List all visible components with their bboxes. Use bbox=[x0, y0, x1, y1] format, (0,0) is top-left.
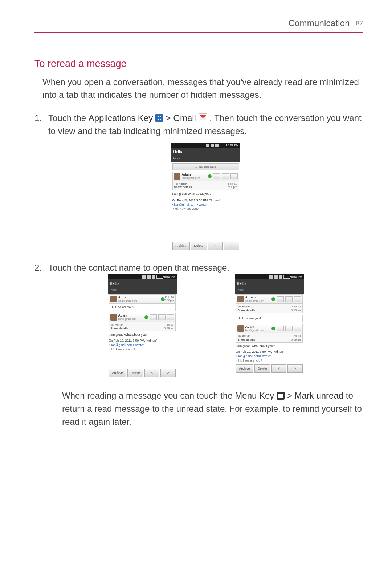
mark-unread-label: Mark unread bbox=[294, 391, 343, 400]
avatar bbox=[174, 173, 180, 180]
step-1-sep: > bbox=[166, 113, 173, 123]
star-icon[interactable] bbox=[277, 296, 284, 302]
page-number: 87 bbox=[356, 20, 363, 27]
message-body: I am great! What about you? On Feb 10, 2… bbox=[236, 344, 303, 363]
sync-icon bbox=[269, 275, 273, 279]
delete-button[interactable]: Delete bbox=[191, 242, 207, 250]
list-item[interactable]: Adrian val3@gmail.com Feb 10 5:50pm bbox=[109, 294, 176, 304]
status-bar: 5:52 PM bbox=[171, 143, 240, 148]
message-date: Feb 10 bbox=[164, 323, 174, 327]
battery-icon bbox=[283, 275, 290, 279]
message-date: Feb 10 bbox=[291, 334, 301, 338]
quote-text: > Hi. How are you? bbox=[172, 207, 239, 211]
step-2: Touch the contact name to open that mess… bbox=[34, 261, 363, 428]
star-icon[interactable] bbox=[213, 173, 220, 179]
read-messages-tab[interactable]: 1 read message bbox=[172, 163, 239, 170]
conversation-title: Hello bbox=[171, 148, 240, 156]
show-details-link[interactable]: Show details bbox=[111, 327, 128, 330]
quote-line: On Feb 10, 2011 3:50 PM, "Adrian" bbox=[109, 339, 176, 343]
presence-icon bbox=[161, 297, 164, 301]
signal-icon bbox=[152, 275, 155, 279]
recipient-row[interactable]: To: Adrian Show details Feb 10 5:59pm bbox=[109, 322, 176, 331]
message-header[interactable]: Adrian val3@gmail.com bbox=[236, 294, 303, 304]
applications-key-icon bbox=[155, 114, 163, 122]
gmail-icon bbox=[199, 113, 207, 122]
sender-email: kan@gmail.com bbox=[182, 177, 207, 180]
reply-icon[interactable] bbox=[222, 173, 229, 179]
reply-icon[interactable] bbox=[285, 296, 293, 302]
sync-icon bbox=[142, 275, 146, 279]
show-details-link[interactable]: Show details bbox=[238, 338, 256, 342]
message-time: 5:50pm bbox=[164, 299, 174, 302]
presence-icon bbox=[271, 297, 275, 301]
presence-icon bbox=[144, 315, 148, 319]
delete-button[interactable]: Delete bbox=[254, 364, 270, 373]
quote-text: > Hi. How are you? bbox=[236, 359, 303, 363]
applications-key-label: Applications Key bbox=[89, 113, 153, 123]
footer-text-a: When reading a message you can touch the bbox=[62, 391, 235, 400]
conversation-title: Hello bbox=[108, 279, 177, 288]
archive-button[interactable]: Archive bbox=[109, 369, 126, 378]
message-body: I am great! What about you? On Feb 10, 2… bbox=[172, 192, 239, 214]
conversation-title: Hello bbox=[235, 279, 304, 288]
to-label: To: Adrian bbox=[238, 334, 256, 338]
chevron-left-icon[interactable] bbox=[294, 326, 301, 331]
message-time: 5:59pm bbox=[164, 327, 174, 330]
step-1: Touch the Applications Key > Gmail . The… bbox=[34, 112, 363, 251]
quote-line: On Feb 10, 2011 3:50 PM, "Adrian" bbox=[236, 350, 303, 354]
next-button[interactable]: > bbox=[160, 369, 175, 378]
message-snippet: Hi. How are you? bbox=[109, 304, 176, 311]
sender-email: val3@gmail.com bbox=[245, 299, 270, 302]
intro-paragraph: When you open a conversation, messages t… bbox=[42, 76, 363, 101]
folder-label: Inbox bbox=[235, 288, 304, 294]
menu-key-label: Menu Key bbox=[235, 391, 274, 400]
action-bar: Archive Delete < > bbox=[236, 364, 303, 373]
usb-icon bbox=[274, 275, 278, 279]
status-time: 5:52 PM bbox=[291, 275, 302, 279]
recipient-row[interactable]: To: Adrian Show details Feb 10 5:09pm bbox=[236, 333, 303, 343]
reply-icon[interactable] bbox=[285, 326, 293, 331]
step-1-text-a: Touch the bbox=[48, 113, 89, 123]
presence-icon bbox=[208, 174, 212, 178]
message-header[interactable]: Adam kan@gmail.com bbox=[172, 172, 239, 181]
message-header[interactable]: Adam kan@gmail.com bbox=[109, 313, 176, 322]
recipient-row[interactable]: To: Adrian Show details Feb 10 5:09pm bbox=[172, 181, 239, 190]
usb-icon bbox=[147, 275, 151, 279]
recipient-row[interactable]: To: Adam Show details Feb 10 5:50pm bbox=[236, 304, 303, 313]
avatar bbox=[110, 314, 117, 321]
chevron-left-icon[interactable] bbox=[230, 173, 238, 179]
chevron-left-icon[interactable] bbox=[167, 314, 174, 320]
to-label: To: Adrian bbox=[174, 182, 192, 186]
sender-name: Adrian bbox=[245, 296, 270, 299]
step-2-text: Touch the contact name to open that mess… bbox=[48, 263, 229, 273]
body-line: I am great! What about you? bbox=[236, 344, 303, 349]
prev-button[interactable]: < bbox=[144, 369, 159, 378]
signal-icon bbox=[215, 144, 219, 147]
sender-name: Adam bbox=[182, 173, 207, 177]
prev-button[interactable]: < bbox=[208, 242, 223, 250]
show-details-link[interactable]: Show details bbox=[238, 309, 256, 312]
body-line: I am great! What about you? bbox=[172, 192, 239, 196]
sender-email: val3@gmail.com bbox=[118, 299, 161, 302]
star-icon[interactable] bbox=[277, 326, 284, 331]
message-header[interactable]: Adam kan@gmail.com bbox=[236, 324, 303, 333]
next-button[interactable]: > bbox=[224, 242, 239, 250]
next-button[interactable]: > bbox=[287, 364, 302, 373]
phone-mock-2: 5:52 PM Hello Inbox Adrian val3@gmail.co… bbox=[108, 274, 177, 378]
show-details-link[interactable]: Show details bbox=[174, 185, 192, 189]
quote-email: <kan@gmail.com> wrote: bbox=[172, 203, 208, 206]
section-title: To reread a message bbox=[34, 58, 363, 69]
archive-button[interactable]: Archive bbox=[172, 242, 190, 250]
delete-button[interactable]: Delete bbox=[127, 369, 143, 378]
message-date: Feb 10 bbox=[228, 182, 237, 186]
section-name: Communication bbox=[288, 18, 350, 28]
menu-key-icon bbox=[277, 392, 285, 400]
chevron-left-icon[interactable] bbox=[294, 296, 301, 302]
battery-icon bbox=[220, 144, 226, 147]
prev-button[interactable]: < bbox=[271, 364, 286, 373]
archive-button[interactable]: Archive bbox=[236, 364, 253, 373]
reply-icon[interactable] bbox=[158, 314, 166, 320]
star-icon[interactable] bbox=[150, 314, 157, 320]
quote-text: > Hi. How are you? bbox=[109, 347, 176, 352]
message-time: 5:50pm bbox=[291, 309, 301, 312]
